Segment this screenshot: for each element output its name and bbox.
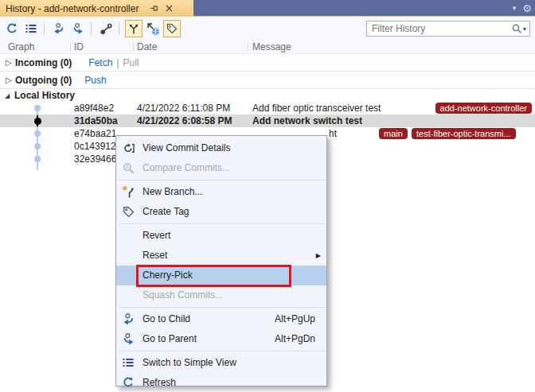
local-history-section-row[interactable]: ◢ Local History (0, 89, 535, 102)
menu-item-view-commit-details[interactable]: View Commit Details (116, 138, 326, 158)
branch-badge[interactable]: test-fiber-optic-transmi... (412, 128, 516, 139)
menu-item-go-to-child[interactable]: Go to Child Alt+PgUp (116, 309, 326, 329)
go-to-child-icon (53, 22, 65, 35)
commit-graph-dot (34, 105, 41, 111)
incoming-section-row[interactable]: ▷ Incoming (0) Fetch | Pull (0, 54, 535, 72)
menu-item-label: Refresh (143, 377, 176, 388)
pull-link: Pull (123, 57, 139, 68)
simple-view-button[interactable] (22, 20, 40, 37)
menu-item-switch-to-simple-view[interactable]: Switch to Simple View (116, 353, 326, 373)
tag-icon (166, 22, 178, 35)
column-header-date[interactable]: Date (137, 41, 157, 52)
menu-item-label: New Branch... (143, 186, 202, 197)
outgoing-label: Outgoing (0) (15, 75, 72, 86)
menu-item-shortcut: Alt+PgDn (275, 329, 315, 349)
commit-message: Add fiber optic transceiver test (252, 102, 381, 114)
commit-date: 4/21/2022 6:08:58 PM (137, 114, 232, 127)
refresh-icon (6, 22, 18, 35)
menu-separator (119, 307, 324, 308)
menu-item-create-tag[interactable]: Create Tag (116, 202, 326, 222)
local-history-label: Local History (14, 90, 75, 101)
window-position-chevron-icon[interactable]: ▾ (513, 5, 517, 12)
menu-item-shortcut: Alt+PgUp (275, 309, 315, 329)
graph-view-button[interactable] (97, 20, 115, 37)
go-to-child-button[interactable] (50, 20, 68, 37)
menu-item-new-branch[interactable]: New Branch... (116, 182, 326, 202)
tool-window-tab[interactable]: History - add-network-controller (0, 0, 193, 17)
menu-item-reset[interactable]: Reset ▶ (116, 246, 326, 266)
tab-title: History - add-network-controller (6, 3, 139, 14)
commit-graph-dot (34, 143, 41, 149)
commit-graph-dot-selected (34, 118, 41, 125)
push-link[interactable]: Push (84, 75, 106, 86)
menu-item-cherry-pick[interactable]: Cherry-Pick (116, 266, 326, 285)
menu-item-squash-commits: Squash Commits... (116, 285, 326, 305)
commit-graph-dot (34, 156, 41, 162)
gear-icon[interactable]: ⚙ (522, 3, 532, 14)
menu-item-label: Go to Child (143, 313, 190, 324)
menu-item-label: Go to Parent (143, 333, 197, 344)
search-options-caret-icon[interactable]: ▾ (523, 25, 526, 33)
menu-item-label: Compare Commits... (143, 162, 230, 173)
show-branches-toggle[interactable] (125, 20, 143, 37)
commit-row-selected[interactable]: 31da50ba 4/21/2022 6:08:58 PM Add networ… (0, 114, 535, 127)
collapsed-arrow-icon[interactable]: ▷ (6, 58, 15, 67)
menu-item-label: Revert (143, 230, 170, 241)
commit-message-fragment: ht (329, 127, 337, 140)
title-bar: History - add-network-controller ▾ ⚙ (0, 0, 535, 17)
column-header-graph[interactable]: Graph (8, 41, 34, 52)
collapsed-arrow-icon[interactable]: ▷ (6, 76, 15, 84)
pin-icon[interactable] (148, 2, 161, 15)
branch-icon (127, 22, 140, 35)
toolbar-separator (44, 22, 45, 35)
menu-item-revert[interactable]: Revert (116, 226, 326, 246)
toolbar-separator (91, 22, 92, 35)
submenu-arrow-icon: ▶ (316, 246, 321, 266)
filter-history-box: ▾ (366, 21, 530, 37)
menu-item-label: Switch to Simple View (143, 357, 236, 368)
show-remote-branches-toggle[interactable] (144, 20, 162, 37)
refresh-button[interactable] (3, 20, 21, 37)
commit-id: 0c143912 (74, 140, 116, 153)
new-branch-icon (122, 185, 135, 199)
go-to-child-icon (122, 312, 135, 326)
history-toolbar: ▾ (0, 17, 535, 40)
outgoing-section-row[interactable]: ▷ Outgoing (0) Push (0, 72, 535, 89)
commit-id: a89f48e2 (74, 102, 114, 114)
menu-item-label: Cherry-Pick (143, 270, 193, 281)
commit-id: 32e39466 (74, 153, 116, 165)
column-header-message[interactable]: Message (252, 41, 291, 52)
commit-context-menu: View Commit Details Compare Commits... N… (115, 135, 327, 386)
branch-badge[interactable]: main (379, 128, 408, 139)
search-icon[interactable] (511, 23, 522, 34)
commit-graph-dot (34, 130, 41, 137)
incoming-label: Incoming (0) (15, 57, 72, 68)
menu-separator (119, 223, 324, 224)
commit-date: 4/21/2022 6:11:08 PM (137, 102, 230, 114)
commit-details-icon (122, 142, 135, 155)
menu-separator (119, 351, 324, 351)
close-icon[interactable] (162, 2, 175, 15)
list-icon (25, 22, 37, 35)
menu-separator (119, 180, 324, 180)
menu-item-refresh[interactable]: Refresh (116, 373, 326, 392)
menu-item-label: View Commit Details (143, 142, 230, 153)
column-header-row: Graph ID Date Message (0, 40, 535, 54)
fetch-link[interactable]: Fetch (88, 57, 112, 68)
menu-item-label: Create Tag (143, 206, 189, 217)
branch-badge[interactable]: add-network-controller (435, 103, 532, 114)
go-to-parent-icon (122, 332, 135, 346)
filter-history-input[interactable] (367, 23, 511, 34)
menu-item-label: Reset (143, 250, 167, 261)
commit-graph-icon (100, 22, 113, 36)
menu-item-label: Squash Commits... (143, 289, 223, 301)
column-header-id[interactable]: ID (74, 41, 84, 52)
menu-item-go-to-parent[interactable]: Go to Parent Alt+PgDn (116, 329, 326, 349)
show-tags-toggle[interactable] (163, 20, 181, 37)
commit-row[interactable]: a89f48e2 4/21/2022 6:11:08 PM Add fiber … (0, 102, 535, 114)
go-to-parent-button[interactable] (69, 20, 87, 37)
refresh-icon (122, 376, 135, 390)
go-to-parent-icon (72, 22, 84, 35)
commit-id: e74baa21 (74, 127, 116, 140)
expanded-arrow-icon[interactable]: ◢ (5, 92, 14, 99)
